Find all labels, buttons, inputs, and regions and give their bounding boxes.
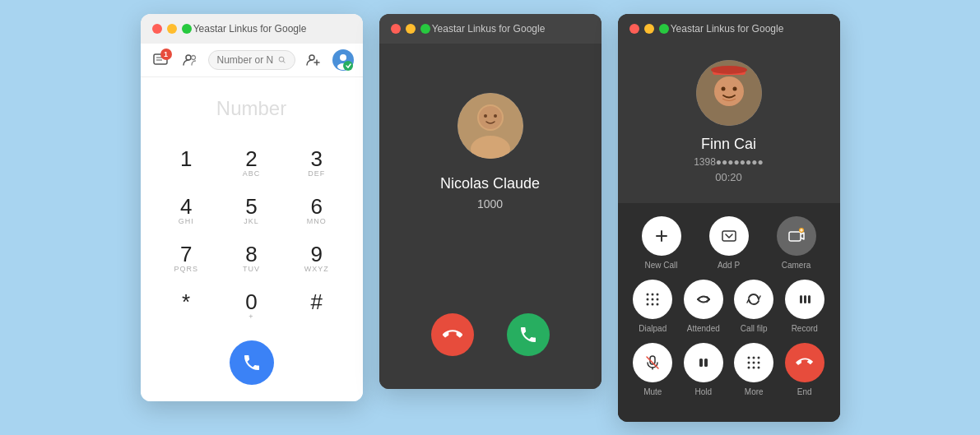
call-controls: New Call Add P [618, 203, 840, 419]
add-p-label: Add P [718, 261, 740, 270]
active-call-top: Finn Cai 1398●●●●●●●● 00:20 [618, 44, 840, 203]
call-timer: 00:20 [715, 171, 742, 183]
svg-point-42 [652, 303, 654, 305]
attended-button[interactable] [684, 280, 723, 319]
dialer-toolbar: 1 [141, 44, 363, 77]
caller-avatar-3 [696, 60, 762, 126]
svg-point-25 [714, 76, 744, 106]
svg-point-3 [186, 55, 191, 60]
key-8[interactable]: 8 TUV [222, 238, 281, 280]
contacts-icon[interactable] [179, 49, 202, 72]
svg-point-40 [657, 298, 659, 300]
dialpad-button[interactable] [633, 280, 672, 319]
svg-point-39 [652, 298, 654, 300]
svg-rect-44 [800, 295, 802, 303]
svg-point-36 [652, 293, 654, 295]
record-button[interactable] [785, 280, 824, 319]
search-box[interactable] [208, 50, 295, 70]
svg-point-4 [191, 55, 195, 59]
title-bar-3: Yeastar Linkus for Google [618, 14, 840, 44]
svg-point-60 [758, 366, 760, 368]
svg-rect-31 [789, 232, 801, 241]
key-star[interactable]: * [157, 286, 216, 327]
call-actions-2 [431, 313, 550, 356]
notification-badge: 1 [160, 49, 172, 60]
more-button[interactable] [734, 343, 773, 382]
call-button-container [157, 340, 346, 385]
camera-label: Camera [782, 261, 811, 270]
dialer-window: Yeastar Linkus for Google 1 [141, 14, 363, 401]
key-7[interactable]: 7 PQRS [157, 238, 216, 280]
dialer-body: Number 1 2 ABC 3 DEF 4 GHI [141, 77, 363, 401]
decline-button[interactable] [431, 313, 474, 356]
search-input[interactable] [217, 54, 273, 66]
svg-point-43 [657, 303, 659, 305]
key-0[interactable]: 0 + [222, 286, 281, 327]
avatar-icon[interactable] [332, 49, 355, 72]
svg-point-19 [479, 106, 502, 129]
key-hash[interactable]: # [287, 286, 346, 327]
caller-avatar-2 [457, 93, 523, 159]
key-5[interactable]: 5 JKL [222, 191, 281, 232]
messages-icon[interactable]: 1 [149, 49, 172, 72]
svg-point-35 [647, 293, 649, 295]
key-4[interactable]: 4 GHI [157, 191, 216, 232]
attended-label: Attended [687, 324, 720, 333]
active-caller-number: 1398●●●●●●●● [694, 156, 764, 168]
add-contact-icon[interactable] [302, 49, 325, 72]
end-button[interactable] [785, 343, 824, 382]
active-call-window: Yeastar Linkus for Google [618, 14, 840, 422]
svg-point-11 [340, 54, 346, 61]
key-1[interactable]: 1 [157, 143, 216, 184]
call-flip-label: Call filp [741, 324, 768, 333]
svg-rect-46 [808, 295, 810, 303]
new-call-control[interactable]: New Call [642, 216, 681, 270]
more-control[interactable]: More [734, 343, 773, 396]
svg-line-49 [647, 357, 658, 368]
key-9[interactable]: 9 WXYZ [287, 238, 346, 280]
svg-rect-51 [704, 359, 708, 367]
window-title-2: Yeastar Linkus for Google [388, 23, 590, 35]
svg-point-37 [657, 293, 659, 295]
incoming-call-screen: Nicolas Claude 1000 [379, 44, 601, 389]
camera-control[interactable]: Camera [777, 216, 816, 270]
controls-row-2: Dialpad Attended [628, 280, 830, 333]
accept-button[interactable] [507, 313, 550, 356]
new-call-label: New Call [644, 261, 677, 270]
svg-point-53 [753, 356, 755, 359]
caller-number-2: 1000 [477, 197, 503, 211]
attended-control[interactable]: Attended [684, 280, 723, 333]
dialpad-control[interactable]: Dialpad [633, 280, 672, 333]
call-flip-button[interactable] [734, 280, 773, 319]
camera-button[interactable] [777, 216, 816, 256]
add-p-button[interactable] [709, 216, 749, 256]
svg-point-57 [758, 361, 760, 363]
controls-row-3: Mute Hold [628, 343, 830, 396]
incoming-call-window: Yeastar Linkus for Google Nicolas Claude… [379, 14, 601, 389]
mute-button[interactable] [633, 343, 672, 382]
end-label: End [797, 387, 812, 396]
window-title-3: Yeastar Linkus for Google [626, 23, 829, 35]
add-p-control[interactable]: Add P [709, 216, 749, 270]
hold-button[interactable] [684, 343, 723, 382]
svg-point-24 [711, 66, 747, 74]
caller-name-2: Nicolas Claude [440, 175, 540, 192]
record-label: Record [792, 324, 818, 333]
mute-control[interactable]: Mute [633, 343, 672, 396]
svg-point-41 [647, 303, 649, 305]
new-call-button[interactable] [642, 216, 681, 256]
call-flip-control[interactable]: Call filp [734, 280, 773, 333]
record-control[interactable]: Record [785, 280, 824, 333]
svg-rect-30 [722, 231, 736, 241]
call-button[interactable] [230, 340, 274, 385]
end-control[interactable]: End [785, 343, 824, 396]
window-title-1: Yeastar Linkus for Google [149, 23, 351, 35]
more-label: More [745, 387, 764, 396]
key-2[interactable]: 2 ABC [222, 143, 281, 184]
hold-control[interactable]: Hold [684, 343, 723, 396]
key-6[interactable]: 6 MNO [287, 191, 346, 232]
mute-label: Mute [643, 387, 662, 396]
key-3[interactable]: 3 DEF [287, 143, 346, 184]
hold-label: Hold [694, 387, 712, 396]
controls-row-1: New Call Add P [628, 216, 830, 270]
